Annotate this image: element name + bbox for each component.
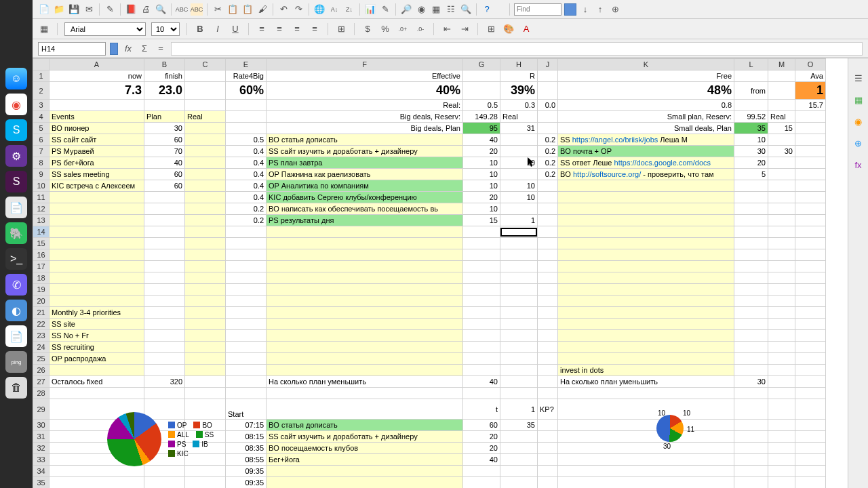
cell[interactable]	[538, 443, 558, 454]
cell[interactable]	[538, 466, 558, 477]
cell[interactable]	[463, 477, 500, 489]
row-header[interactable]: 11	[33, 192, 50, 203]
cell[interactable]: 0.4	[226, 157, 267, 169]
cell[interactable]	[768, 431, 795, 443]
cell[interactable]	[185, 330, 226, 342]
cell-reference-input[interactable]	[38, 42, 106, 56]
cell[interactable]	[768, 272, 795, 284]
cell[interactable]	[463, 226, 500, 238]
cell[interactable]: 40	[463, 454, 500, 466]
cell[interactable]: PS бег+йога	[50, 157, 144, 169]
cell[interactable]	[267, 319, 463, 330]
cell[interactable]: 10	[500, 157, 538, 169]
cell[interactable]: invest in dots	[558, 365, 734, 376]
row-header[interactable]: 35	[33, 477, 50, 489]
cell[interactable]: 10	[500, 180, 538, 192]
pdf-icon[interactable]: 📕	[125, 3, 137, 16]
cell[interactable]	[768, 100, 795, 111]
cell[interactable]	[144, 330, 185, 342]
autocheck-icon[interactable]: ABC	[191, 3, 203, 16]
cell[interactable]: 0.0	[538, 100, 558, 111]
row-header[interactable]: 5	[33, 123, 50, 134]
cell[interactable]	[734, 454, 768, 466]
cell[interactable]	[50, 466, 144, 477]
cell[interactable]: R	[500, 70, 538, 82]
cell[interactable]	[226, 284, 267, 296]
cell[interactable]	[226, 353, 267, 365]
cell[interactable]	[267, 342, 463, 353]
format-paint-icon[interactable]: 🖌	[256, 3, 269, 16]
cell[interactable]: 70	[144, 146, 185, 157]
cell[interactable]	[50, 203, 144, 215]
cell[interactable]	[538, 319, 558, 330]
cell[interactable]	[795, 319, 826, 330]
cell[interactable]: 0.4	[226, 192, 267, 203]
row-header[interactable]: 14	[33, 226, 50, 238]
cell[interactable]	[226, 388, 267, 399]
cell[interactable]	[734, 272, 768, 284]
cell[interactable]	[558, 226, 734, 238]
cell[interactable]	[267, 284, 463, 296]
cell[interactable]	[500, 466, 538, 477]
cell[interactable]	[463, 307, 500, 319]
cell[interactable]: SS сайт изучить и доработать + дизайнеру	[267, 146, 463, 157]
cell[interactable]	[734, 388, 768, 399]
cell[interactable]	[768, 284, 795, 296]
font-size-select[interactable]: 10	[151, 22, 180, 36]
cell[interactable]	[768, 454, 795, 466]
cell[interactable]: 35	[500, 420, 538, 431]
cell[interactable]	[558, 330, 734, 342]
cell[interactable]	[558, 319, 734, 330]
cell[interactable]	[226, 111, 267, 123]
underline-icon[interactable]: U	[229, 23, 241, 35]
cell[interactable]	[795, 477, 826, 489]
cell[interactable]	[463, 272, 500, 284]
cell[interactable]: 08:55	[226, 454, 267, 466]
finder-icon[interactable]: ☺	[5, 68, 27, 89]
cell[interactable]	[734, 431, 768, 443]
column-header[interactable]: J	[538, 59, 558, 70]
cell[interactable]	[768, 192, 795, 203]
cell[interactable]	[500, 319, 538, 330]
cell[interactable]	[768, 134, 795, 146]
row-header[interactable]: 31	[33, 431, 50, 443]
cell[interactable]: 0.2	[226, 215, 267, 226]
cell[interactable]	[558, 238, 734, 249]
cell[interactable]: 10	[734, 134, 768, 146]
cell[interactable]	[50, 388, 144, 399]
cell[interactable]: Plan	[144, 111, 185, 123]
drawing-icon[interactable]: ✎	[379, 3, 391, 16]
cell[interactable]	[226, 365, 267, 376]
cell[interactable]	[558, 431, 734, 443]
cell[interactable]	[50, 215, 144, 226]
find-prev-icon[interactable]: ↓	[579, 3, 591, 16]
cell[interactable]	[463, 365, 500, 376]
cell[interactable]	[768, 238, 795, 249]
cell[interactable]	[795, 353, 826, 365]
align-center-icon[interactable]: ≡	[273, 23, 285, 35]
cell[interactable]	[795, 169, 826, 180]
cell[interactable]	[226, 296, 267, 307]
document-icon[interactable]: 📄	[5, 325, 27, 347]
cell[interactable]	[795, 272, 826, 284]
cell[interactable]	[463, 296, 500, 307]
cell[interactable]	[538, 226, 558, 238]
indent-inc-icon[interactable]: ⇥	[458, 23, 471, 35]
cell[interactable]: 0.2	[538, 146, 558, 157]
cell[interactable]	[768, 180, 795, 192]
cell[interactable]	[538, 123, 558, 134]
row-header[interactable]: 1	[33, 70, 50, 82]
cell[interactable]	[185, 342, 226, 353]
cell[interactable]	[795, 249, 826, 261]
row-header[interactable]: 16	[33, 249, 50, 261]
sort-desc-icon[interactable]: Z↓	[343, 3, 355, 16]
cell[interactable]	[558, 261, 734, 272]
cell[interactable]	[463, 249, 500, 261]
cell[interactable]	[558, 454, 734, 466]
cell[interactable]	[50, 100, 144, 111]
cut-icon[interactable]: ✂	[212, 3, 224, 16]
cell[interactable]	[226, 272, 267, 284]
cell[interactable]	[558, 272, 734, 284]
cell[interactable]	[50, 238, 144, 249]
cell[interactable]	[734, 249, 768, 261]
